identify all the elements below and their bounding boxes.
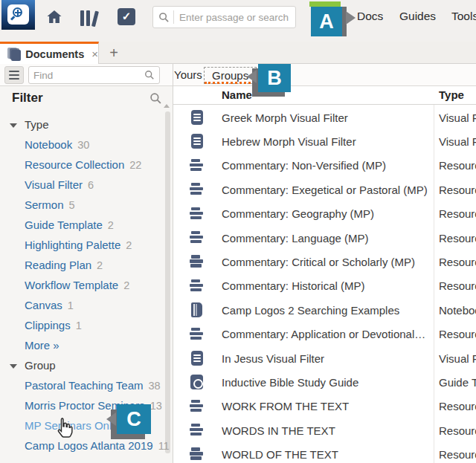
visual-filter-icon [190, 134, 205, 149]
menu-docs[interactable]: Docs [357, 10, 383, 23]
sidebar-item-label: Canvas [25, 299, 62, 311]
table-row[interactable]: WORK FROM THE TEXTResource Collection [173, 395, 476, 418]
item-count: 22 [129, 159, 141, 171]
sidebar-item-label: Resource Collection [25, 158, 124, 171]
tab-close-icon[interactable]: × [91, 48, 98, 60]
document-name: Commentary: Non-Versified (MP) [222, 159, 433, 172]
table-row[interactable]: Commentary: Language (MP)Resource Collec… [173, 226, 476, 250]
document-type: Visual Filter [439, 135, 476, 148]
find-search-icon [144, 70, 155, 80]
sidebar-item-sermon[interactable]: Sermon5 [0, 195, 167, 215]
sidebar-section-type[interactable]: Type [0, 114, 167, 135]
sidebar-item-clippings[interactable]: Clippings1 [0, 315, 167, 335]
table-row[interactable]: Commentary: Geography (MP)Resource Colle… [173, 202, 476, 226]
library-icon[interactable] [80, 8, 100, 26]
item-count: 38 [149, 380, 161, 392]
document-name: Greek Morph Visual Filter [222, 111, 433, 124]
documents-stack-icon [7, 48, 19, 61]
table-body: Greek Morph Visual FilterVisual FilterHe… [173, 106, 476, 463]
resource-collection-icon [190, 399, 205, 414]
item-count: 6 [88, 179, 94, 191]
marker-a-letter: A [319, 10, 334, 33]
global-search-input[interactable] [179, 12, 295, 23]
document-type: Guide Template [439, 376, 476, 389]
sidebar-item-label: Guide Template [25, 218, 103, 231]
resource-collection-icon [190, 230, 205, 245]
tab-yours[interactable]: Yours [170, 67, 207, 82]
scrollbar-up-arrow-icon[interactable] [164, 104, 170, 108]
search-divider [173, 10, 174, 24]
tab-bar: Documents × + [0, 42, 476, 64]
menu-tools[interactable]: Tools [451, 10, 476, 23]
resource-collection-icon [190, 207, 205, 221]
sidebar-item-pastoral-teaching-team[interactable]: Pastoral Teaching Team38 [0, 375, 167, 395]
table-row[interactable]: Commentary: Historical (MP)Resource Coll… [173, 274, 476, 298]
sidebar-item-workflow-template[interactable]: Workflow Template2 [0, 275, 167, 295]
table-row[interactable]: Commentary: Non-Versified (MP)Resource C… [173, 154, 476, 178]
document-type: Resource Collection [439, 232, 476, 245]
sidebar-item-notebook[interactable]: Notebook30 [0, 135, 167, 155]
global-search-box[interactable] [152, 6, 296, 28]
resource-collection-icon [190, 423, 205, 438]
item-count: 2 [126, 239, 132, 251]
sidebar-item-label: Visual Filter [25, 178, 83, 191]
table-row[interactable]: In Jesus Visual FilterVisual Filter [173, 346, 476, 370]
home-icon[interactable] [45, 8, 64, 26]
filter-search-icon[interactable] [149, 92, 162, 105]
document-type: Resource Collection [439, 184, 476, 196]
sidebar-section-group[interactable]: Group [0, 355, 167, 375]
logos-magnifier-cross-icon [7, 4, 29, 25]
sidebar-item-more[interactable]: More » [0, 335, 167, 355]
checklist-icon[interactable]: ✓ [118, 8, 135, 25]
document-name: Camp Logos 2 Searching Examples [222, 304, 433, 317]
tab-documents[interactable]: Documents × [0, 42, 99, 64]
marker-b-arrow-icon [247, 70, 257, 83]
document-type: Resource Collection [439, 256, 476, 268]
panel-menu-icon[interactable] [4, 66, 24, 84]
sidebar-item-canvas[interactable]: Canvas1 [0, 295, 167, 315]
table-row[interactable]: Commentary: Critical or Scholarly (MP)Re… [173, 250, 476, 273]
marker-b-box: B [258, 64, 291, 92]
table-row[interactable]: Inductive Bible Study GuideGuide Templat… [173, 370, 476, 394]
chevron-down-icon [10, 123, 17, 128]
table-row[interactable]: Commentary: Application or Devotional…Re… [173, 323, 476, 346]
sidebar-item-label: More » [25, 339, 60, 352]
table-row[interactable]: Commentary: Exegetical or Pastoral (MP)R… [173, 178, 476, 201]
document-type: Resource Collection [439, 328, 476, 340]
table-row[interactable]: Camp Logos 2 Searching ExamplesNotebook [173, 298, 476, 322]
document-name: Commentary: Exegetical or Pastoral (MP) [222, 184, 433, 196]
guide-template-icon [190, 375, 205, 389]
table-row[interactable]: WORLD OF THE TEXTResource Collection [173, 442, 476, 463]
document-type: Resource Collection [439, 207, 476, 220]
document-type: Resource Collection [439, 424, 476, 437]
document-type: Visual Filter [439, 352, 476, 365]
resource-collection-icon [190, 327, 205, 342]
resource-collection-icon [190, 279, 205, 294]
sidebar-item-highlighting-palette[interactable]: Highlighting Palette2 [0, 235, 167, 255]
sidebar-item-guide-template[interactable]: Guide Template2 [0, 215, 167, 235]
document-name: Hebrew Morph Visual Filter [222, 135, 433, 148]
menu-guides[interactable]: Guides [399, 10, 436, 23]
document-type: Visual Filter [439, 111, 476, 124]
logos-app-logo[interactable] [1, 0, 35, 30]
document-name: Commentary: Application or Devotional… [222, 328, 433, 340]
annotation-marker-b: B [245, 62, 295, 100]
table-row[interactable]: WORDS IN THE TEXTResource Collection [173, 418, 476, 442]
sidebar-item-label: Notebook [25, 138, 72, 151]
sidebar-item-resource-collection[interactable]: Resource Collection22 [0, 155, 167, 175]
new-tab-button[interactable]: + [105, 43, 123, 62]
sidebar-section-label: Group [25, 359, 56, 372]
hand-cursor-icon [54, 416, 74, 440]
document-name: Commentary: Historical (MP) [222, 279, 433, 292]
find-box[interactable] [28, 66, 160, 84]
column-header-type[interactable]: Type [439, 88, 464, 101]
resource-collection-icon [190, 254, 205, 269]
item-count: 30 [77, 139, 89, 151]
find-input[interactable] [33, 70, 144, 81]
sidebar-item-reading-plan[interactable]: Reading Plan2 [0, 255, 167, 275]
table-row[interactable]: Greek Morph Visual FilterVisual Filter [173, 106, 476, 129]
marker-b-letter: B [267, 67, 282, 90]
sidebar-item-label: Clippings [25, 319, 71, 331]
sidebar-item-visual-filter[interactable]: Visual Filter6 [0, 175, 167, 195]
table-row[interactable]: Hebrew Morph Visual FilterVisual Filter [173, 129, 476, 153]
